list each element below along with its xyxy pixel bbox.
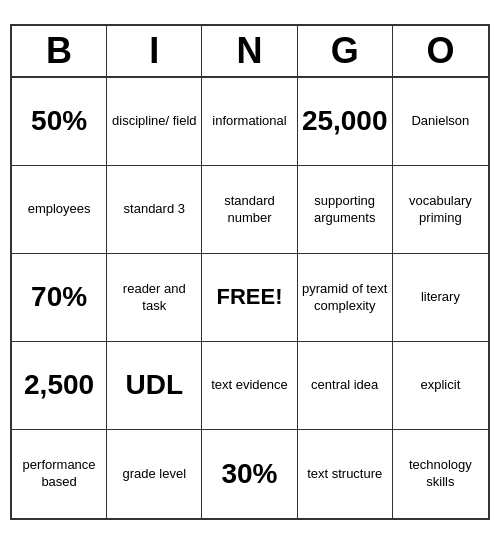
bingo-cell-18: central idea [298, 342, 393, 430]
bingo-cell-5: employees [12, 166, 107, 254]
bingo-cell-13: pyramid of text complexity [298, 254, 393, 342]
header-letter-i: I [107, 26, 202, 76]
bingo-cell-8: supporting arguments [298, 166, 393, 254]
bingo-cell-4: Danielson [393, 78, 488, 166]
bingo-cell-21: grade level [107, 430, 202, 518]
bingo-cell-9: vocabulary priming [393, 166, 488, 254]
bingo-grid: 50%discipline/ fieldinformational25,000D… [12, 78, 488, 518]
bingo-cell-17: text evidence [202, 342, 297, 430]
bingo-cell-7: standard number [202, 166, 297, 254]
bingo-cell-11: reader and task [107, 254, 202, 342]
header-letter-g: G [298, 26, 393, 76]
bingo-cell-14: literary [393, 254, 488, 342]
bingo-cell-22: 30% [202, 430, 297, 518]
bingo-cell-24: technology skills [393, 430, 488, 518]
bingo-cell-12: FREE! [202, 254, 297, 342]
bingo-cell-15: 2,500 [12, 342, 107, 430]
header-letter-o: O [393, 26, 488, 76]
header-letter-b: B [12, 26, 107, 76]
bingo-cell-0: 50% [12, 78, 107, 166]
bingo-cell-16: UDL [107, 342, 202, 430]
bingo-cell-2: informational [202, 78, 297, 166]
bingo-cell-20: performance based [12, 430, 107, 518]
bingo-header: BINGO [12, 26, 488, 78]
bingo-cell-10: 70% [12, 254, 107, 342]
bingo-cell-23: text structure [298, 430, 393, 518]
header-letter-n: N [202, 26, 297, 76]
bingo-cell-19: explicit [393, 342, 488, 430]
bingo-cell-1: discipline/ field [107, 78, 202, 166]
bingo-cell-6: standard 3 [107, 166, 202, 254]
bingo-card: BINGO 50%discipline/ fieldinformational2… [10, 24, 490, 520]
bingo-cell-3: 25,000 [298, 78, 393, 166]
